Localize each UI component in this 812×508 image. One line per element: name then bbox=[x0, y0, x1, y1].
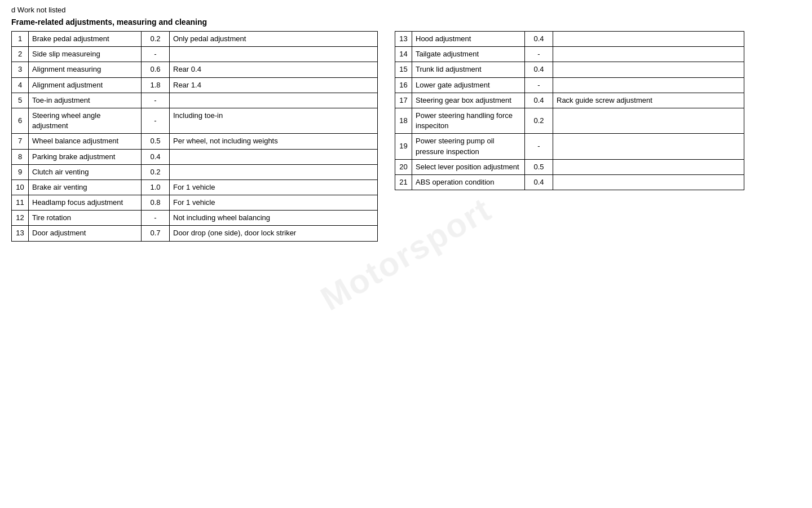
table-row: 9Clutch air venting0.2 bbox=[12, 164, 378, 179]
row-value: 0.4 bbox=[525, 32, 553, 47]
row-value: 0.6 bbox=[142, 62, 170, 77]
right-panel: 13Hood adjustment0.414Tailgate adjustmen… bbox=[395, 31, 744, 190]
row-note bbox=[553, 108, 744, 133]
table-row: 1Brake pedal adjustment0.2Only pedal adj… bbox=[12, 32, 378, 47]
row-value: - bbox=[142, 211, 170, 226]
row-value: 0.5 bbox=[142, 134, 170, 149]
page-layout: 1Brake pedal adjustment0.2Only pedal adj… bbox=[11, 31, 801, 242]
row-note: Only pedal adjustment bbox=[170, 32, 378, 47]
row-number: 5 bbox=[12, 93, 29, 108]
row-number: 11 bbox=[12, 195, 29, 211]
left-table: 1Brake pedal adjustment0.2Only pedal adj… bbox=[11, 31, 378, 242]
row-note bbox=[170, 149, 378, 164]
row-value: 0.4 bbox=[525, 62, 553, 77]
row-note bbox=[170, 47, 378, 62]
row-note bbox=[553, 77, 744, 93]
row-note: Not including wheel balancing bbox=[170, 211, 378, 226]
table-row: 11Headlamp focus adjustment0.8For 1 vehi… bbox=[12, 195, 378, 211]
row-value: 0.8 bbox=[142, 195, 170, 211]
row-note bbox=[170, 93, 378, 108]
row-number: 8 bbox=[12, 149, 29, 164]
row-note: Rack guide screw adjustment bbox=[553, 93, 744, 108]
table-row: 7Wheel balance adjustment0.5Per wheel, n… bbox=[12, 134, 378, 149]
table-row: 17Steering gear box adjustment0.4Rack gu… bbox=[395, 93, 744, 108]
row-value: - bbox=[525, 77, 553, 93]
row-note bbox=[553, 32, 744, 47]
row-description: Tire rotation bbox=[29, 211, 142, 226]
table-row: 6Steering wheel angle adjustment-Includi… bbox=[12, 108, 378, 133]
table-row: 21ABS operation condition0.4 bbox=[395, 174, 744, 190]
row-number: 6 bbox=[12, 108, 29, 133]
row-note bbox=[553, 134, 744, 159]
table-row: 19Power steering pump oil pressure inspe… bbox=[395, 134, 744, 159]
row-description: Power steering handling force inspeciton bbox=[412, 108, 525, 133]
row-note bbox=[553, 159, 744, 174]
row-description: Steering gear box adjustment bbox=[412, 93, 525, 108]
row-description: Steering wheel angle adjustment bbox=[29, 108, 142, 133]
row-number: 7 bbox=[12, 134, 29, 149]
row-note: Per wheel, not including weights bbox=[170, 134, 378, 149]
row-description: Power steering pump oil pressure inspect… bbox=[412, 134, 525, 159]
table-row: 15Trunk lid adjustment0.4 bbox=[395, 62, 744, 77]
row-note: Including toe-in bbox=[170, 108, 378, 133]
row-description: Brake air venting bbox=[29, 179, 142, 195]
top-label: d Work not listed bbox=[11, 6, 801, 14]
row-value: 0.2 bbox=[525, 108, 553, 133]
row-value: 1.0 bbox=[142, 179, 170, 195]
row-number: 21 bbox=[395, 174, 412, 190]
table-row: 8Parking brake adjustment0.4 bbox=[12, 149, 378, 164]
table-row: 5Toe-in adjustment- bbox=[12, 93, 378, 108]
row-description: Brake pedal adjustment bbox=[29, 32, 142, 47]
row-description: Toe-in adjustment bbox=[29, 93, 142, 108]
row-description: Trunk lid adjustment bbox=[412, 62, 525, 77]
row-description: Hood adjustment bbox=[412, 32, 525, 47]
row-number: 14 bbox=[395, 47, 412, 62]
section-title: Frame-related adjustments, measuring and… bbox=[11, 17, 801, 27]
row-number: 3 bbox=[12, 62, 29, 77]
row-number: 13 bbox=[12, 226, 29, 241]
row-description: Alignment adjustment bbox=[29, 77, 142, 93]
row-value: 0.4 bbox=[142, 149, 170, 164]
row-number: 12 bbox=[12, 211, 29, 226]
row-description: Parking brake adjustment bbox=[29, 149, 142, 164]
row-value: 1.8 bbox=[142, 77, 170, 93]
row-number: 16 bbox=[395, 77, 412, 93]
row-description: Alignment measuring bbox=[29, 62, 142, 77]
row-value: - bbox=[142, 47, 170, 62]
row-note: For 1 vehicle bbox=[170, 195, 378, 211]
table-row: 13Door adjustment0.7Door drop (one side)… bbox=[12, 226, 378, 241]
row-description: Side slip measureing bbox=[29, 47, 142, 62]
row-number: 1 bbox=[12, 32, 29, 47]
row-value: 0.5 bbox=[525, 159, 553, 174]
right-table: 13Hood adjustment0.414Tailgate adjustmen… bbox=[395, 31, 744, 190]
row-description: Door adjustment bbox=[29, 226, 142, 241]
row-number: 19 bbox=[395, 134, 412, 159]
table-row: 2Side slip measureing- bbox=[12, 47, 378, 62]
left-panel: 1Brake pedal adjustment0.2Only pedal adj… bbox=[11, 31, 378, 242]
row-note bbox=[553, 47, 744, 62]
row-description: Select lever position adjustment bbox=[412, 159, 525, 174]
row-value: 0.2 bbox=[142, 164, 170, 179]
row-value: 0.7 bbox=[142, 226, 170, 241]
row-note bbox=[553, 174, 744, 190]
row-description: Headlamp focus adjustment bbox=[29, 195, 142, 211]
row-value: 0.4 bbox=[525, 93, 553, 108]
table-row: 3Alignment measuring0.6Rear 0.4 bbox=[12, 62, 378, 77]
row-description: ABS operation condition bbox=[412, 174, 525, 190]
row-value: - bbox=[142, 93, 170, 108]
table-row: 16Lower gate adjustment- bbox=[395, 77, 744, 93]
row-value: 0.4 bbox=[525, 174, 553, 190]
row-number: 18 bbox=[395, 108, 412, 133]
row-number: 10 bbox=[12, 179, 29, 195]
row-description: Wheel balance adjustment bbox=[29, 134, 142, 149]
row-number: 4 bbox=[12, 77, 29, 93]
row-value: - bbox=[525, 134, 553, 159]
row-note: Door drop (one side), door lock striker bbox=[170, 226, 378, 241]
row-value: - bbox=[142, 108, 170, 133]
row-number: 13 bbox=[395, 32, 412, 47]
row-description: Tailgate adjustment bbox=[412, 47, 525, 62]
row-note: For 1 vehicle bbox=[170, 179, 378, 195]
row-number: 17 bbox=[395, 93, 412, 108]
row-number: 20 bbox=[395, 159, 412, 174]
table-row: 20Select lever position adjustment0.5 bbox=[395, 159, 744, 174]
